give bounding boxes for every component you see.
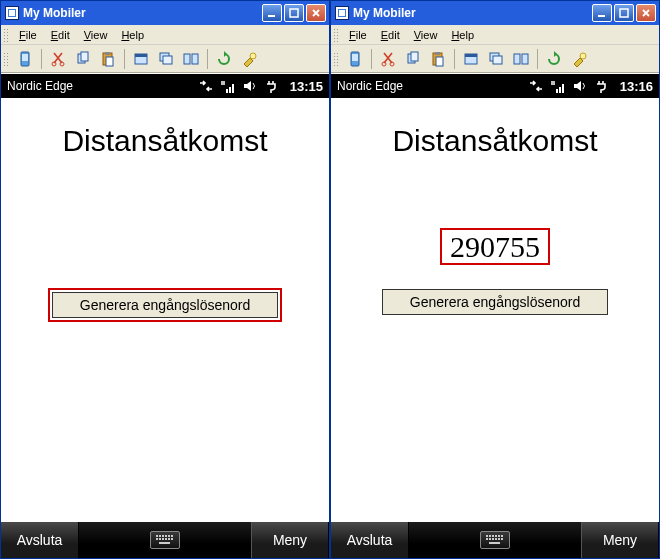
svg-rect-40 <box>620 9 628 17</box>
svg-rect-20 <box>226 89 228 93</box>
sync-icon <box>198 79 214 93</box>
svg-rect-64 <box>498 535 500 537</box>
device-time: 13:16 <box>620 79 653 94</box>
flashlight-icon[interactable] <box>238 48 260 70</box>
copy-icon[interactable] <box>402 48 424 70</box>
svg-rect-66 <box>486 538 488 540</box>
grip-icon <box>333 28 339 42</box>
device-icon[interactable] <box>14 48 36 70</box>
copy-icon[interactable] <box>72 48 94 70</box>
titlebar[interactable]: My Mobiler <box>331 1 659 25</box>
menu-view[interactable]: View <box>408 28 444 42</box>
cut-icon[interactable] <box>47 48 69 70</box>
window-single-icon[interactable] <box>460 48 482 70</box>
maximize-button[interactable] <box>284 4 304 22</box>
window-tile-icon[interactable] <box>510 48 532 70</box>
menubar: File Edit View Help <box>331 25 659 45</box>
grip-icon <box>333 52 339 66</box>
grip-icon <box>3 52 9 66</box>
svg-rect-59 <box>562 84 564 93</box>
svg-rect-42 <box>352 54 358 61</box>
speaker-icon <box>242 79 258 93</box>
device-softkeys: Avsluta Meny <box>331 522 659 558</box>
app-window-left: My Mobiler File Edit View Help Nordic Ed… <box>0 0 330 559</box>
refresh-icon[interactable] <box>213 48 235 70</box>
minimize-button[interactable] <box>262 4 282 22</box>
svg-rect-71 <box>501 538 503 540</box>
device-icon[interactable] <box>344 48 366 70</box>
svg-rect-69 <box>495 538 497 540</box>
paste-icon[interactable] <box>97 48 119 70</box>
menubar: File Edit View Help <box>1 25 329 45</box>
cut-icon[interactable] <box>377 48 399 70</box>
app-icon <box>5 6 19 20</box>
svg-rect-51 <box>465 54 477 57</box>
window-title: My Mobiler <box>353 6 592 20</box>
otp-value: 290755 <box>440 228 550 265</box>
svg-rect-67 <box>489 538 491 540</box>
toolbar <box>1 45 329 73</box>
svg-rect-48 <box>435 52 440 55</box>
device-brand: Nordic Edge <box>337 79 528 93</box>
menu-file[interactable]: File <box>13 28 43 42</box>
menu-help[interactable]: Help <box>115 28 150 42</box>
maximize-button[interactable] <box>614 4 634 22</box>
device-brand: Nordic Edge <box>7 79 198 93</box>
svg-rect-58 <box>559 87 561 93</box>
svg-rect-18 <box>192 54 198 64</box>
refresh-icon[interactable] <box>543 48 565 70</box>
softkey-left[interactable]: Avsluta <box>331 522 409 558</box>
close-button[interactable] <box>636 4 656 22</box>
device-statusbar: Nordic Edge 13:16 <box>331 74 659 98</box>
page-heading: Distansåtkomst <box>62 124 267 158</box>
device-screen: Nordic Edge 13:15 Distansåtkomst Generer… <box>1 73 329 558</box>
svg-rect-46 <box>411 52 418 61</box>
svg-rect-14 <box>135 54 147 57</box>
menu-file[interactable]: File <box>343 28 373 42</box>
generate-otp-button[interactable]: Generera engångslösenord <box>52 292 278 318</box>
keyboard-icon[interactable] <box>480 531 510 549</box>
svg-rect-28 <box>168 535 170 537</box>
window-tile-icon[interactable] <box>180 48 202 70</box>
signal-icon <box>220 79 236 93</box>
svg-rect-38 <box>339 10 345 16</box>
softkey-right[interactable]: Meny <box>581 522 659 558</box>
svg-rect-17 <box>184 54 190 64</box>
svg-rect-68 <box>492 538 494 540</box>
svg-rect-62 <box>492 535 494 537</box>
flashlight-icon[interactable] <box>568 48 590 70</box>
minimize-button[interactable] <box>592 4 612 22</box>
svg-rect-57 <box>556 89 558 93</box>
speaker-icon <box>572 79 588 93</box>
device-statusbar: Nordic Edge 13:15 <box>1 74 329 98</box>
generate-otp-button[interactable]: Generera engångslösenord <box>382 289 608 315</box>
window-cascade-icon[interactable] <box>155 48 177 70</box>
svg-rect-26 <box>162 535 164 537</box>
svg-rect-30 <box>156 538 158 540</box>
device-content: Distansåtkomst 290755 Generera engångslö… <box>331 98 659 522</box>
svg-rect-1 <box>9 10 15 16</box>
paste-icon[interactable] <box>427 48 449 70</box>
menu-edit[interactable]: Edit <box>375 28 406 42</box>
svg-rect-35 <box>171 538 173 540</box>
svg-rect-16 <box>163 56 172 64</box>
svg-rect-72 <box>489 542 500 544</box>
titlebar[interactable]: My Mobiler <box>1 1 329 25</box>
svg-rect-11 <box>105 52 110 55</box>
toolbar <box>331 45 659 73</box>
window-cascade-icon[interactable] <box>485 48 507 70</box>
svg-rect-31 <box>159 538 161 540</box>
menu-view[interactable]: View <box>78 28 114 42</box>
svg-rect-27 <box>165 535 167 537</box>
svg-rect-29 <box>171 535 173 537</box>
menu-help[interactable]: Help <box>445 28 480 42</box>
keyboard-icon[interactable] <box>150 531 180 549</box>
softkey-left[interactable]: Avsluta <box>1 522 79 558</box>
page-heading: Distansåtkomst <box>392 124 597 158</box>
menu-edit[interactable]: Edit <box>45 28 76 42</box>
close-button[interactable] <box>306 4 326 22</box>
window-single-icon[interactable] <box>130 48 152 70</box>
svg-rect-65 <box>501 535 503 537</box>
grip-icon <box>3 28 9 42</box>
softkey-right[interactable]: Meny <box>251 522 329 558</box>
